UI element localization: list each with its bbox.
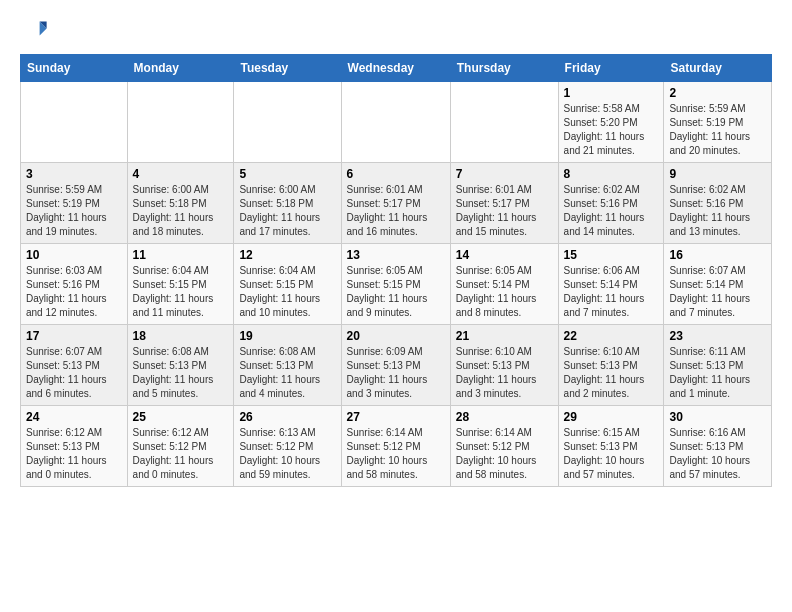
weekday-header-wednesday: Wednesday xyxy=(341,55,450,82)
day-info: Sunrise: 6:14 AMSunset: 5:12 PMDaylight:… xyxy=(456,426,553,482)
calendar-week-row: 17Sunrise: 6:07 AMSunset: 5:13 PMDayligh… xyxy=(21,325,772,406)
day-number: 21 xyxy=(456,329,553,343)
calendar-week-row: 3Sunrise: 5:59 AMSunset: 5:19 PMDaylight… xyxy=(21,163,772,244)
day-info: Sunrise: 6:08 AMSunset: 5:13 PMDaylight:… xyxy=(133,345,229,401)
calendar-cell: 5Sunrise: 6:00 AMSunset: 5:18 PMDaylight… xyxy=(234,163,341,244)
calendar-week-row: 24Sunrise: 6:12 AMSunset: 5:13 PMDayligh… xyxy=(21,406,772,487)
calendar-cell: 27Sunrise: 6:14 AMSunset: 5:12 PMDayligh… xyxy=(341,406,450,487)
day-info: Sunrise: 6:07 AMSunset: 5:13 PMDaylight:… xyxy=(26,345,122,401)
weekday-header-monday: Monday xyxy=(127,55,234,82)
day-number: 13 xyxy=(347,248,445,262)
calendar-cell: 18Sunrise: 6:08 AMSunset: 5:13 PMDayligh… xyxy=(127,325,234,406)
day-info: Sunrise: 6:01 AMSunset: 5:17 PMDaylight:… xyxy=(456,183,553,239)
calendar-cell xyxy=(234,82,341,163)
calendar-cell: 20Sunrise: 6:09 AMSunset: 5:13 PMDayligh… xyxy=(341,325,450,406)
day-number: 1 xyxy=(564,86,659,100)
day-number: 16 xyxy=(669,248,766,262)
day-info: Sunrise: 6:07 AMSunset: 5:14 PMDaylight:… xyxy=(669,264,766,320)
day-info: Sunrise: 5:59 AMSunset: 5:19 PMDaylight:… xyxy=(26,183,122,239)
day-number: 23 xyxy=(669,329,766,343)
day-info: Sunrise: 6:15 AMSunset: 5:13 PMDaylight:… xyxy=(564,426,659,482)
day-number: 22 xyxy=(564,329,659,343)
calendar-cell xyxy=(341,82,450,163)
day-info: Sunrise: 6:03 AMSunset: 5:16 PMDaylight:… xyxy=(26,264,122,320)
day-number: 26 xyxy=(239,410,335,424)
day-info: Sunrise: 6:12 AMSunset: 5:13 PMDaylight:… xyxy=(26,426,122,482)
logo xyxy=(20,16,52,44)
calendar-cell: 13Sunrise: 6:05 AMSunset: 5:15 PMDayligh… xyxy=(341,244,450,325)
calendar-cell: 8Sunrise: 6:02 AMSunset: 5:16 PMDaylight… xyxy=(558,163,664,244)
calendar-cell: 7Sunrise: 6:01 AMSunset: 5:17 PMDaylight… xyxy=(450,163,558,244)
day-info: Sunrise: 6:08 AMSunset: 5:13 PMDaylight:… xyxy=(239,345,335,401)
day-number: 3 xyxy=(26,167,122,181)
calendar-cell: 9Sunrise: 6:02 AMSunset: 5:16 PMDaylight… xyxy=(664,163,772,244)
day-info: Sunrise: 6:06 AMSunset: 5:14 PMDaylight:… xyxy=(564,264,659,320)
day-info: Sunrise: 5:59 AMSunset: 5:19 PMDaylight:… xyxy=(669,102,766,158)
day-info: Sunrise: 6:10 AMSunset: 5:13 PMDaylight:… xyxy=(564,345,659,401)
day-number: 4 xyxy=(133,167,229,181)
day-number: 18 xyxy=(133,329,229,343)
day-number: 17 xyxy=(26,329,122,343)
weekday-header-sunday: Sunday xyxy=(21,55,128,82)
day-number: 30 xyxy=(669,410,766,424)
calendar-cell: 19Sunrise: 6:08 AMSunset: 5:13 PMDayligh… xyxy=(234,325,341,406)
day-number: 20 xyxy=(347,329,445,343)
calendar-cell: 4Sunrise: 6:00 AMSunset: 5:18 PMDaylight… xyxy=(127,163,234,244)
day-number: 25 xyxy=(133,410,229,424)
calendar-cell: 12Sunrise: 6:04 AMSunset: 5:15 PMDayligh… xyxy=(234,244,341,325)
calendar-cell: 15Sunrise: 6:06 AMSunset: 5:14 PMDayligh… xyxy=(558,244,664,325)
calendar-cell: 10Sunrise: 6:03 AMSunset: 5:16 PMDayligh… xyxy=(21,244,128,325)
day-info: Sunrise: 6:14 AMSunset: 5:12 PMDaylight:… xyxy=(347,426,445,482)
day-info: Sunrise: 6:04 AMSunset: 5:15 PMDaylight:… xyxy=(239,264,335,320)
day-number: 11 xyxy=(133,248,229,262)
calendar-week-row: 1Sunrise: 5:58 AMSunset: 5:20 PMDaylight… xyxy=(21,82,772,163)
day-number: 5 xyxy=(239,167,335,181)
day-number: 9 xyxy=(669,167,766,181)
day-info: Sunrise: 6:09 AMSunset: 5:13 PMDaylight:… xyxy=(347,345,445,401)
day-info: Sunrise: 6:00 AMSunset: 5:18 PMDaylight:… xyxy=(133,183,229,239)
day-number: 14 xyxy=(456,248,553,262)
calendar-cell: 11Sunrise: 6:04 AMSunset: 5:15 PMDayligh… xyxy=(127,244,234,325)
calendar-cell: 17Sunrise: 6:07 AMSunset: 5:13 PMDayligh… xyxy=(21,325,128,406)
calendar-cell: 2Sunrise: 5:59 AMSunset: 5:19 PMDaylight… xyxy=(664,82,772,163)
calendar-cell: 14Sunrise: 6:05 AMSunset: 5:14 PMDayligh… xyxy=(450,244,558,325)
day-number: 15 xyxy=(564,248,659,262)
calendar-cell: 24Sunrise: 6:12 AMSunset: 5:13 PMDayligh… xyxy=(21,406,128,487)
day-number: 10 xyxy=(26,248,122,262)
logo-icon xyxy=(20,16,48,44)
day-info: Sunrise: 6:10 AMSunset: 5:13 PMDaylight:… xyxy=(456,345,553,401)
day-info: Sunrise: 6:02 AMSunset: 5:16 PMDaylight:… xyxy=(564,183,659,239)
calendar-cell: 29Sunrise: 6:15 AMSunset: 5:13 PMDayligh… xyxy=(558,406,664,487)
header xyxy=(20,16,772,44)
day-info: Sunrise: 6:05 AMSunset: 5:15 PMDaylight:… xyxy=(347,264,445,320)
weekday-header-saturday: Saturday xyxy=(664,55,772,82)
weekday-header-tuesday: Tuesday xyxy=(234,55,341,82)
day-number: 12 xyxy=(239,248,335,262)
calendar-cell: 1Sunrise: 5:58 AMSunset: 5:20 PMDaylight… xyxy=(558,82,664,163)
calendar-cell xyxy=(21,82,128,163)
calendar-cell: 21Sunrise: 6:10 AMSunset: 5:13 PMDayligh… xyxy=(450,325,558,406)
calendar-cell: 25Sunrise: 6:12 AMSunset: 5:12 PMDayligh… xyxy=(127,406,234,487)
calendar-cell: 16Sunrise: 6:07 AMSunset: 5:14 PMDayligh… xyxy=(664,244,772,325)
calendar-week-row: 10Sunrise: 6:03 AMSunset: 5:16 PMDayligh… xyxy=(21,244,772,325)
day-info: Sunrise: 6:01 AMSunset: 5:17 PMDaylight:… xyxy=(347,183,445,239)
day-number: 7 xyxy=(456,167,553,181)
calendar-cell: 30Sunrise: 6:16 AMSunset: 5:13 PMDayligh… xyxy=(664,406,772,487)
calendar-cell: 28Sunrise: 6:14 AMSunset: 5:12 PMDayligh… xyxy=(450,406,558,487)
calendar-cell xyxy=(450,82,558,163)
day-info: Sunrise: 6:00 AMSunset: 5:18 PMDaylight:… xyxy=(239,183,335,239)
day-info: Sunrise: 6:11 AMSunset: 5:13 PMDaylight:… xyxy=(669,345,766,401)
day-info: Sunrise: 6:13 AMSunset: 5:12 PMDaylight:… xyxy=(239,426,335,482)
day-info: Sunrise: 6:02 AMSunset: 5:16 PMDaylight:… xyxy=(669,183,766,239)
day-number: 24 xyxy=(26,410,122,424)
weekday-header-thursday: Thursday xyxy=(450,55,558,82)
day-info: Sunrise: 6:12 AMSunset: 5:12 PMDaylight:… xyxy=(133,426,229,482)
calendar-cell: 22Sunrise: 6:10 AMSunset: 5:13 PMDayligh… xyxy=(558,325,664,406)
calendar-cell: 26Sunrise: 6:13 AMSunset: 5:12 PMDayligh… xyxy=(234,406,341,487)
day-number: 29 xyxy=(564,410,659,424)
calendar-table: SundayMondayTuesdayWednesdayThursdayFrid… xyxy=(20,54,772,487)
day-number: 28 xyxy=(456,410,553,424)
weekday-header-row: SundayMondayTuesdayWednesdayThursdayFrid… xyxy=(21,55,772,82)
day-number: 19 xyxy=(239,329,335,343)
calendar-cell xyxy=(127,82,234,163)
